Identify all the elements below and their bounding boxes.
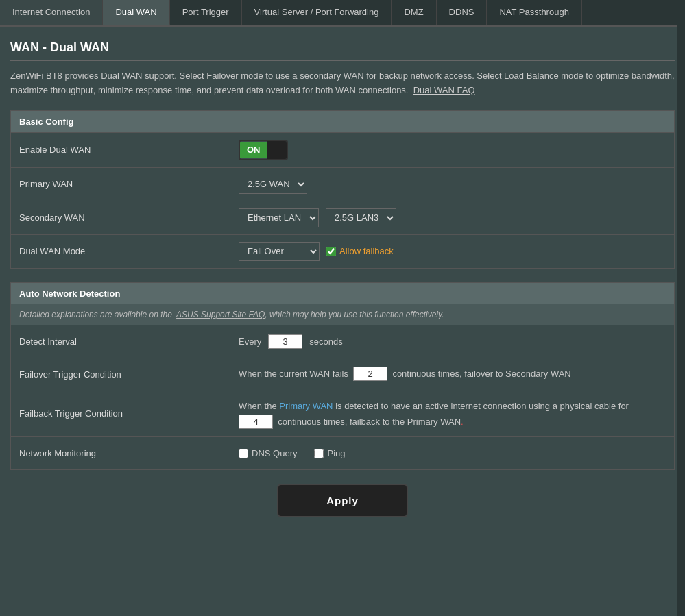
enable-dual-wan-value: ON <box>230 133 674 167</box>
dual-wan-faq-link[interactable]: Dual WAN FAQ <box>413 85 475 95</box>
auto-network-section: Auto Network Detection Detailed explanat… <box>10 282 675 471</box>
secondary-wan-row: Secondary WAN Ethernet LAN USB 2.5G LAN3… <box>11 201 674 234</box>
dual-wan-mode-value: Fail Over Load Balance Allow failback <box>230 235 674 268</box>
apply-button[interactable]: Apply <box>277 484 408 517</box>
dual-wan-mode-label: Dual WAN Mode <box>11 239 230 263</box>
failover-trigger-label: Failover Trigger Condition <box>11 362 230 386</box>
toggle-off-part <box>267 141 287 159</box>
tab-bar: Internet Connection Dual WAN Port Trigge… <box>0 0 685 27</box>
basic-config-header: Basic Config <box>11 111 674 132</box>
dns-query-label[interactable]: DNS Query <box>239 448 297 458</box>
apply-section: Apply <box>10 484 675 517</box>
failover-trigger-value: When the current WAN fails continuous ti… <box>230 360 674 389</box>
detect-interval-row: Detect Interval Every seconds <box>11 325 674 358</box>
allow-failback-label[interactable]: Allow failback <box>326 246 394 256</box>
main-content: WAN - Dual WAN ZenWiFi BT8 provides Dual… <box>0 27 685 545</box>
network-monitoring-row: Network Monitoring DNS Query Ping <box>11 436 674 469</box>
ping-label[interactable]: Ping <box>314 448 345 458</box>
dual-wan-toggle[interactable]: ON <box>239 140 288 160</box>
auto-network-note: Detailed explanations are available on t… <box>11 304 674 325</box>
dual-wan-mode-row: Dual WAN Mode Fail Over Load Balance All… <box>11 234 674 268</box>
dns-query-checkbox[interactable] <box>239 449 248 458</box>
enable-dual-wan-row: Enable Dual WAN ON <box>11 132 674 167</box>
detect-interval-value: Every seconds <box>230 328 674 356</box>
tab-ddns[interactable]: DDNS <box>437 0 488 25</box>
failback-trigger-value: When the Primary WAN is detected to have… <box>230 391 674 437</box>
asus-faq-link[interactable]: ASUS Support Site FAQ <box>176 310 265 319</box>
ping-checkbox[interactable] <box>314 449 324 458</box>
failback-trigger-row: Failback Trigger Condition When the Prim… <box>11 391 674 437</box>
failback-trigger-label: Failback Trigger Condition <box>11 402 230 426</box>
detect-interval-label: Detect Interval <box>11 330 230 354</box>
primary-wan-row: Primary WAN 2.5G WAN USB <box>11 167 674 201</box>
dual-wan-mode-select[interactable]: Fail Over Load Balance <box>239 242 320 261</box>
secondary-wan-value: Ethernet LAN USB 2.5G LAN3 2.5G LAN2 2.5… <box>230 201 674 234</box>
detect-interval-suffix: seconds <box>309 336 342 347</box>
detect-interval-prefix: Every <box>239 336 261 347</box>
basic-config-section: Basic Config Enable Dual WAN ON Primary … <box>10 110 675 269</box>
tab-nat-passthrough[interactable]: NAT Passthrough <box>487 0 581 25</box>
failover-count-input[interactable] <box>353 367 387 381</box>
failover-trigger-row: Failover Trigger Condition When the curr… <box>11 358 674 391</box>
detect-interval-input[interactable] <box>268 334 302 349</box>
secondary-wan-label: Secondary WAN <box>11 206 230 230</box>
tab-dual-wan[interactable]: Dual WAN <box>103 0 169 25</box>
auto-network-header: Auto Network Detection <box>11 283 674 304</box>
secondary-wan-port-select[interactable]: 2.5G LAN3 2.5G LAN2 2.5G LAN1 <box>326 208 396 227</box>
tab-dmz[interactable]: DMZ <box>392 0 436 25</box>
scrollbar[interactable] <box>677 0 685 616</box>
enable-dual-wan-label: Enable Dual WAN <box>11 138 230 162</box>
network-monitoring-label: Network Monitoring <box>11 441 230 465</box>
tab-port-trigger[interactable]: Port Trigger <box>170 0 242 25</box>
failback-count-input[interactable] <box>239 415 273 429</box>
network-monitoring-value: DNS Query Ping <box>230 441 674 465</box>
toggle-on-label: ON <box>240 142 267 158</box>
tab-internet-connection[interactable]: Internet Connection <box>0 0 103 25</box>
primary-wan-value: 2.5G WAN USB <box>230 168 674 201</box>
description-text: ZenWiFi BT8 provides Dual WAN support. S… <box>10 69 675 98</box>
allow-failback-checkbox[interactable] <box>326 247 336 256</box>
primary-wan-label: Primary WAN <box>11 172 230 196</box>
tab-virtual-server[interactable]: Virtual Server / Port Forwarding <box>242 0 392 25</box>
primary-wan-select[interactable]: 2.5G WAN USB <box>239 175 307 194</box>
page-title: WAN - Dual WAN <box>10 40 675 61</box>
secondary-wan-type-select[interactable]: Ethernet LAN USB <box>239 208 319 227</box>
